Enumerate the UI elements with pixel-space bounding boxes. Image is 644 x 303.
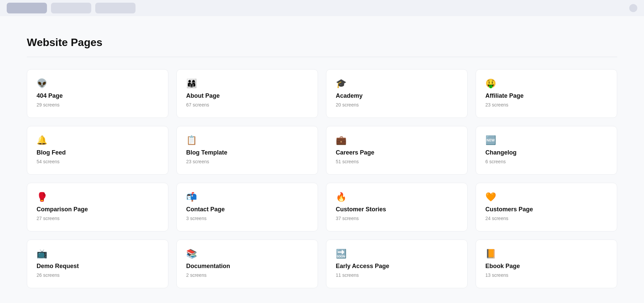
card-subtitle-blog-template: 23 screens: [186, 159, 308, 164]
card-icon-blog-template: 📋: [186, 136, 308, 144]
card-early-access-page[interactable]: 🔜 Early Access Page 11 screens: [326, 240, 468, 288]
card-title-blog-feed: Blog Feed: [37, 149, 159, 156]
card-icon-early-access-page: 🔜: [336, 249, 458, 258]
card-blog-feed[interactable]: 🔔 Blog Feed 54 screens: [27, 126, 168, 175]
card-title-affiliate-page: Affiliate Page: [485, 92, 607, 99]
card-ebook-page[interactable]: 📙 Ebook Page 13 screens: [476, 240, 617, 288]
top-bar-tab-1[interactable]: [7, 3, 47, 13]
card-title-documentation: Documentation: [186, 263, 308, 270]
card-blog-template[interactable]: 📋 Blog Template 23 screens: [176, 126, 318, 175]
card-title-academy: Academy: [336, 92, 458, 99]
card-icon-customer-stories: 🔥: [336, 192, 458, 201]
card-changelog[interactable]: 🆕 Changelog 6 screens: [476, 126, 617, 175]
card-about-page[interactable]: 👨‍👩‍👧 About Page 67 screens: [176, 69, 318, 118]
card-title-changelog: Changelog: [485, 149, 607, 156]
card-subtitle-ebook-page: 13 screens: [485, 272, 607, 278]
top-bar: [0, 0, 644, 16]
card-contact-page[interactable]: 📬 Contact Page 3 screens: [176, 183, 318, 231]
card-subtitle-comparison-page: 27 screens: [37, 216, 159, 221]
card-icon-changelog: 🆕: [485, 136, 607, 144]
card-documentation[interactable]: 📚 Documentation 2 screens: [176, 240, 318, 288]
card-subtitle-academy: 20 screens: [336, 102, 458, 107]
card-icon-blog-feed: 🔔: [37, 136, 159, 144]
card-title-customers-page: Customers Page: [485, 206, 607, 213]
card-icon-documentation: 📚: [186, 249, 308, 258]
card-icon-customers-page: 🧡: [485, 192, 607, 201]
card-icon-affiliate-page: 🤑: [485, 79, 607, 88]
card-subtitle-customer-stories: 37 screens: [336, 216, 458, 221]
card-icon-ebook-page: 📙: [485, 249, 607, 258]
card-customers-page[interactable]: 🧡 Customers Page 24 screens: [476, 183, 617, 231]
cards-grid: 👽 404 Page 29 screens 👨‍👩‍👧 About Page 6…: [27, 69, 617, 288]
card-affiliate-page[interactable]: 🤑 Affiliate Page 23 screens: [476, 69, 617, 118]
card-subtitle-documentation: 2 screens: [186, 272, 308, 278]
card-title-customer-stories: Customer Stories: [336, 206, 458, 213]
card-subtitle-careers-page: 51 screens: [336, 159, 458, 164]
top-bar-tab-3[interactable]: [95, 3, 136, 13]
card-icon-contact-page: 📬: [186, 192, 308, 201]
page-title: Website Pages: [27, 36, 617, 49]
card-icon-demo-request: 📺: [37, 249, 159, 258]
card-icon-404-page: 👽: [37, 79, 159, 88]
top-bar-tab-2[interactable]: [51, 3, 91, 13]
section-divider: [27, 57, 617, 57]
page-wrapper: Website Pages 👽 404 Page 29 screens 👨‍👩‍…: [0, 16, 644, 303]
card-title-about-page: About Page: [186, 92, 308, 99]
card-subtitle-early-access-page: 11 screens: [336, 272, 458, 278]
card-icon-comparison-page: 🥊: [37, 192, 159, 201]
card-icon-about-page: 👨‍👩‍👧: [186, 79, 308, 88]
card-subtitle-affiliate-page: 23 screens: [485, 102, 607, 107]
card-subtitle-customers-page: 24 screens: [485, 216, 607, 221]
card-title-comparison-page: Comparison Page: [37, 206, 159, 213]
card-404-page[interactable]: 👽 404 Page 29 screens: [27, 69, 168, 118]
card-subtitle-404-page: 29 screens: [37, 102, 159, 107]
card-icon-academy: 🎓: [336, 79, 458, 88]
card-title-early-access-page: Early Access Page: [336, 263, 458, 270]
card-customer-stories[interactable]: 🔥 Customer Stories 37 screens: [326, 183, 468, 231]
card-careers-page[interactable]: 💼 Careers Page 51 screens: [326, 126, 468, 175]
card-subtitle-contact-page: 3 screens: [186, 216, 308, 221]
card-title-blog-template: Blog Template: [186, 149, 308, 156]
card-subtitle-demo-request: 26 screens: [37, 272, 159, 278]
card-subtitle-about-page: 67 screens: [186, 102, 308, 107]
card-title-ebook-page: Ebook Page: [485, 263, 607, 270]
card-title-demo-request: Demo Request: [37, 263, 159, 270]
card-subtitle-blog-feed: 54 screens: [37, 159, 159, 164]
card-academy[interactable]: 🎓 Academy 20 screens: [326, 69, 468, 118]
card-comparison-page[interactable]: 🥊 Comparison Page 27 screens: [27, 183, 168, 231]
card-title-contact-page: Contact Page: [186, 206, 308, 213]
card-title-404-page: 404 Page: [37, 92, 159, 99]
card-icon-careers-page: 💼: [336, 136, 458, 144]
top-bar-right-action[interactable]: [629, 4, 637, 12]
card-demo-request[interactable]: 📺 Demo Request 26 screens: [27, 240, 168, 288]
card-title-careers-page: Careers Page: [336, 149, 458, 156]
card-subtitle-changelog: 6 screens: [485, 159, 607, 164]
